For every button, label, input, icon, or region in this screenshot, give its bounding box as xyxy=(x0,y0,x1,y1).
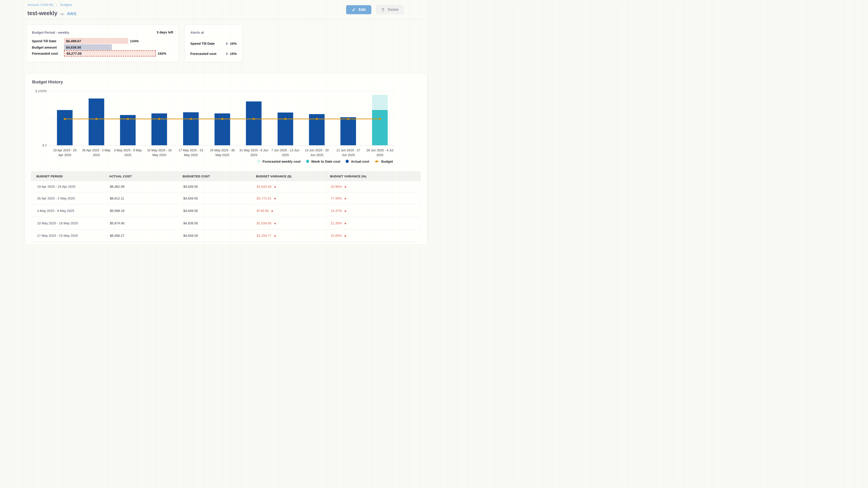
alert-forecast-percent: 15% xyxy=(230,52,237,56)
cloud-provider-label: AWS xyxy=(67,11,76,16)
budget-line-marker xyxy=(127,118,129,120)
actual-cost-bar xyxy=(183,112,199,145)
delete-button-label: Delete xyxy=(388,8,399,12)
cell-budgeted-cost: $4,839.50 xyxy=(177,185,251,188)
variance-up-triangle-icon xyxy=(344,197,346,199)
x-axis-category-label: 21 Jun 2025 - 27Jun 2025 xyxy=(332,148,364,158)
delete-button[interactable]: Delete xyxy=(376,5,403,14)
cell-budget-variance-pct: 15.47% xyxy=(324,209,421,213)
table-row[interactable]: 3 May 2025 - 9 May 2025$5,588.18$4,839.5… xyxy=(31,205,421,217)
legend-label: Budget xyxy=(381,160,393,163)
table-row[interactable]: 19 Apr 2025 - 25 Apr 2025$6,482.99$4,839… xyxy=(31,181,421,192)
cell-budget-variance-usd: $3,772.61 xyxy=(251,197,324,200)
alert-spend-row: Spend Till Date 10% xyxy=(190,41,237,46)
x-axis-category-label: 3 May 2025 - 9 May2025 xyxy=(112,148,144,158)
x-axis-category-label: 14 Jun 2025 - 20Jun 2025 xyxy=(301,148,333,158)
cell-budgeted-cost: $4,839.50 xyxy=(177,234,251,237)
legend-label: Actual cost xyxy=(351,160,369,163)
alerts-card-title: Alerts at xyxy=(190,31,204,34)
budget-history-panel: Budget History $ 10000$ 019 Apr 2025 - 2… xyxy=(25,73,427,244)
x-axis-category-label: 17 May 2025 - 23May 2025 xyxy=(175,148,207,158)
cell-budget-period: 19 Apr 2025 - 25 Apr 2025 xyxy=(31,185,104,188)
legend-item-actual-cost[interactable]: Actual cost xyxy=(346,160,369,163)
trash-icon xyxy=(381,8,385,12)
x-axis-category-label: 31 May 2025 - 6 Jun2025 xyxy=(238,148,270,158)
cell-actual-cost: $8,612.11 xyxy=(104,197,177,200)
forecasted-cost-bar: $9,277.09 xyxy=(64,51,156,57)
spend-till-date-percent: 134% xyxy=(130,39,138,43)
cell-budget-variance-pct: 25.85% xyxy=(324,234,421,237)
y-axis-label-zero: $ 0 xyxy=(31,143,47,147)
table-body: 19 Apr 2025 - 25 Apr 2025$6,482.99$4,839… xyxy=(31,181,421,242)
cell-budget-variance-pct: 77.95% xyxy=(324,197,421,200)
table-row[interactable]: 26 Apr 2025 - 2 May 2025$8,612.11$4,839.… xyxy=(31,192,421,205)
page-title: test-weekly xyxy=(27,10,57,16)
cell-budget-period: 10 May 2025 - 16 May 2025 xyxy=(31,221,104,225)
actual-cost-bar xyxy=(57,110,72,145)
actual-cost-bar xyxy=(246,101,261,145)
cell-budget-variance-usd: $748.68 xyxy=(251,209,324,213)
table-row[interactable]: 10 May 2025 - 16 May 2025$5,874.45$4,839… xyxy=(31,217,421,230)
page-title-on: on xyxy=(60,12,64,16)
spend-till-date-value: $6,499.67 xyxy=(64,39,81,43)
legend-swatch-circle xyxy=(257,160,260,163)
cell-budget-variance-usd: $1,643.49 xyxy=(251,185,324,188)
spend-till-date-row: Spend Till Date $6,499.67 134% xyxy=(32,38,138,44)
cell-budget-variance-usd: $1,250.77 xyxy=(251,234,324,237)
chart-legend: Forecasted weekly costWeek to Date costA… xyxy=(257,159,393,164)
budget-amount-bar: $4,839.50 xyxy=(64,44,112,50)
budget-line-marker xyxy=(284,118,286,120)
budget-amount-value: $4,839.50 xyxy=(64,45,81,49)
legend-item-budget[interactable]: Budget xyxy=(375,160,393,163)
pencil-icon xyxy=(352,8,355,11)
main-content: Account: CCM-NG › Budgets test-weekly on… xyxy=(22,0,428,244)
cell-budget-period: 26 Apr 2025 - 2 May 2025 xyxy=(31,197,104,200)
legend-swatch-line-dot xyxy=(375,160,379,163)
variance-up-triangle-icon xyxy=(344,235,346,236)
breadcrumb-chevron-icon: › xyxy=(57,3,57,6)
legend-item-week-to-date-cost[interactable]: Week to Date cost xyxy=(306,160,340,163)
legend-swatch-circle xyxy=(346,160,349,163)
variance-up-triangle-icon xyxy=(274,186,276,188)
legend-item-forecasted-weekly-cost[interactable]: Forecasted weekly cost xyxy=(257,160,301,163)
table-row[interactable]: 17 May 2025 - 23 May 2025$6,090.27$4,839… xyxy=(31,230,421,242)
budget-line-marker xyxy=(95,118,97,120)
legend-label: Week to Date cost xyxy=(311,160,340,163)
week-to-date-bar xyxy=(372,110,388,145)
cell-actual-cost: $6,090.27 xyxy=(104,234,177,237)
forecasted-cost-row: Forecasted cost $9,277.09 192% xyxy=(32,51,166,56)
table-column-header: BUDGET VARIANCE ($) xyxy=(251,175,324,178)
x-axis-category-label: 19 Apr 2025 - 25Apr 2025 xyxy=(49,148,81,158)
edit-button-label: Edit xyxy=(359,8,366,12)
budget-history-chart: $ 10000$ 019 Apr 2025 - 25Apr 202526 Apr… xyxy=(25,74,427,168)
cell-budgeted-cost: $4,839.50 xyxy=(177,197,251,200)
alert-spend-label: Spend Till Date xyxy=(190,41,225,45)
variance-up-triangle-icon xyxy=(274,235,276,236)
legend-swatch-circle xyxy=(306,160,309,163)
table-column-header: BUDGET PERIOD xyxy=(31,175,104,178)
cell-actual-cost: $6,482.99 xyxy=(104,185,177,188)
cell-budget-variance-usd: $1,034.95 xyxy=(251,221,324,225)
legend-label: Forecasted weekly cost xyxy=(262,160,301,163)
x-axis-category-label: 7 Jun 2025 - 13 Jun2025 xyxy=(269,148,301,158)
breadcrumb-budgets-link[interactable]: Budgets xyxy=(60,3,72,6)
cell-budgeted-cost: $4,839.50 xyxy=(177,209,251,213)
alert-forecast-label: Forecasted cost xyxy=(190,52,225,56)
variance-up-triangle-icon xyxy=(344,222,346,224)
edit-button[interactable]: Edit xyxy=(346,5,371,14)
variance-up-triangle-icon xyxy=(271,210,273,212)
variance-up-triangle-icon xyxy=(274,222,276,224)
alerts-card: Alerts at Spend Till Date 10% Forecasted… xyxy=(185,25,242,62)
cell-budget-variance-pct: 21.39% xyxy=(324,221,421,225)
x-axis-category-label: 26 Apr 2025 - 2 May2025 xyxy=(80,148,112,158)
cell-budget-variance-pct: 33.96% xyxy=(324,185,421,188)
forecasted-cost-percent: 192% xyxy=(158,52,166,55)
budget-period-card-title: Budget Period - weekly xyxy=(32,31,69,34)
page-header: Account: CCM-NG › Budgets test-weekly on… xyxy=(23,0,428,19)
bell-icon xyxy=(225,52,228,55)
breadcrumb-account-link[interactable]: Account: CCM-NG xyxy=(27,3,54,6)
budget-amount-row: Budget amount $4,839.50 xyxy=(32,44,112,50)
actual-cost-bar xyxy=(89,98,104,145)
days-left-label: 3 days left xyxy=(157,30,173,34)
variance-up-triangle-icon xyxy=(344,186,346,188)
